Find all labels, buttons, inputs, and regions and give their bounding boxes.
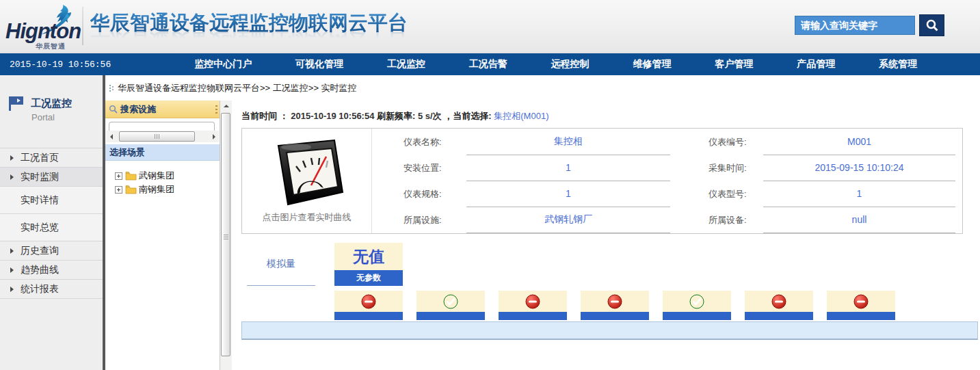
expand-icon[interactable]: [115, 172, 122, 180]
logo-text: Hignton: [5, 19, 81, 44]
folder-icon: [125, 171, 137, 181]
sidebar-item-realtime-monitor[interactable]: 实时监测: [0, 168, 103, 187]
portal-title: 工况监控: [31, 97, 72, 110]
analog-label-cell: 模拟量: [247, 243, 315, 286]
sidebar-item-realtime-overview[interactable]: 实时总览: [0, 214, 103, 241]
nav-item-visual-mgmt[interactable]: 可视化管理: [295, 58, 343, 70]
status-tile[interactable]: [581, 291, 649, 320]
page-header: Hignton 华辰智通 华辰智通设备远程监控物联网云平台: [0, 0, 980, 53]
tile-bar: [827, 312, 895, 320]
folder-icon: [125, 185, 137, 194]
sidebar-menu: 工况首页 实时监测 实时详情 实时总览 历史查询 趋势曲线 统计: [0, 148, 103, 299]
info-field-label: 仪表编号:: [677, 129, 756, 155]
info-field-value: null: [763, 207, 955, 233]
info-grid: 仪表名称: 集控相 仪表编号: M001 安装位置: 1 采集时间: 2015-…: [372, 129, 962, 233]
info-field-label: 仪表规格:: [372, 181, 460, 207]
arrow-right-icon: [10, 287, 14, 292]
gauge-image[interactable]: [263, 139, 351, 210]
search-facility-header[interactable]: 搜索设施: [105, 101, 220, 118]
tile-bar: [581, 312, 649, 320]
h-scroll-thumb[interactable]: [119, 131, 195, 142]
nav-item-condition-alarm[interactable]: 工况告警: [469, 58, 507, 70]
facility-search-input[interactable]: [109, 122, 215, 131]
tree-vertical-scrollbar[interactable]: [220, 101, 232, 370]
refresh-rate-value: 5 s/次: [418, 111, 442, 121]
status-tile[interactable]: [827, 291, 895, 320]
analog-section-label: 模拟量: [267, 258, 295, 270]
gauge-caption: 点击图片查看实时曲线: [263, 211, 352, 224]
horizontal-scrollbar[interactable]: [106, 131, 219, 142]
scroll-left-button[interactable]: [106, 131, 116, 142]
nav-item-maintenance-mgmt[interactable]: 维修管理: [633, 58, 671, 70]
tree-node-nangang[interactable]: 南钢集团: [115, 183, 220, 196]
breadcrumb: 华辰智通设备远程监控物联网云平台>> 工况监控>> 实时监控: [105, 75, 980, 101]
scroll-right-button[interactable]: [209, 131, 219, 142]
tree-node-wugang[interactable]: 武钢集团: [115, 169, 220, 183]
info-field-label: 仪表名称:: [372, 129, 460, 155]
info-field-label: 所属设备:: [677, 207, 756, 233]
header-search: [795, 14, 944, 36]
nav-item-system-mgmt[interactable]: 系统管理: [879, 58, 917, 70]
status-tile[interactable]: [745, 291, 813, 320]
info-field-value: M001: [763, 129, 955, 155]
info-field-value: 集控相: [466, 129, 670, 155]
selected-row-highlight[interactable]: [241, 321, 978, 340]
tile-bar: [745, 312, 813, 320]
status-blocked-icon: [853, 294, 869, 309]
sidebar-item-history-query[interactable]: 历史查询: [0, 241, 103, 261]
status-tile[interactable]: [663, 291, 731, 320]
select-scene-label: 选择场景: [109, 146, 145, 159]
nav-item-remote-control[interactable]: 远程控制: [551, 58, 590, 70]
status-tile[interactable]: [334, 291, 403, 320]
status-ok-icon: [689, 294, 704, 309]
search-button[interactable]: [919, 14, 944, 36]
facility-tree-panel: 搜索设施 选择场景: [105, 101, 220, 370]
breadcrumb-text: 华辰智通设备远程监控物联网云平台>> 工况监控>> 实时监控: [118, 82, 357, 94]
tile-bar: [499, 312, 567, 320]
logo-subtext: 华辰智通: [36, 42, 66, 51]
scroll-up-button[interactable]: [220, 101, 232, 111]
search-facility-label: 搜索设施: [120, 103, 156, 116]
search-input[interactable]: [795, 16, 915, 35]
sidebar-item-trend-curve[interactable]: 趋势曲线: [0, 261, 103, 280]
no-value-text: 无值: [334, 243, 403, 270]
arrow-right-icon: [10, 155, 14, 161]
header-divider: [82, 7, 83, 45]
nav-item-condition-monitor[interactable]: 工况监控: [387, 58, 425, 70]
panel-grip-icon: [215, 105, 217, 114]
info-field-value: 1: [763, 181, 955, 207]
arrow-right-icon: [10, 248, 14, 254]
left-sidebar: 工况监控 Portal 工况首页 实时监测 实时详情 实时总览 历史查询: [0, 75, 103, 370]
info-field-label: 安装位置:: [372, 155, 460, 181]
nav-item-product-mgmt[interactable]: 产品管理: [797, 58, 835, 70]
realtime-monitor-panel: 当前时间 ： 2015-10-19 10:56:54 刷新频率: 5 s/次 ，…: [232, 101, 980, 370]
info-field-label: 采集时间:: [677, 155, 756, 181]
nav-item-customer-mgmt[interactable]: 客户管理: [715, 58, 753, 70]
expand-icon[interactable]: [115, 186, 122, 194]
logo[interactable]: Hignton 华辰智通: [4, 4, 85, 49]
info-field-value: 武钢轧钢厂: [466, 207, 670, 233]
analog-value-card[interactable]: 无值 无参数: [334, 243, 403, 286]
portal-subtitle: Portal: [31, 112, 55, 122]
nav-item-monitoring-center[interactable]: 监控中心门户: [194, 58, 252, 70]
scene-tree: 武钢集团 南钢集团: [105, 161, 220, 370]
tile-bar: [334, 312, 403, 320]
breadcrumb-icon: [109, 83, 114, 93]
portal-header: 工况监控 Portal: [0, 75, 103, 148]
navbar-timestamp: 2015-10-19 10:56:56: [10, 60, 111, 70]
status-tile[interactable]: [416, 291, 485, 320]
sidebar-item-realtime-detail[interactable]: 实时详情: [0, 187, 103, 214]
current-time-value: 2015-10-19 10:56:54: [291, 111, 374, 121]
v-scroll-thumb[interactable]: [221, 113, 230, 356]
flag-icon: [8, 96, 25, 111]
status-tile[interactable]: [499, 291, 567, 320]
tile-bar: [663, 312, 731, 320]
sidebar-item-home[interactable]: 工况首页: [0, 148, 103, 168]
info-field-label: 所属设施:: [372, 207, 460, 233]
nav-items: 监控中心门户 可视化管理 工况监控 工况告警 远程控制 维修管理 客户管理 产品…: [172, 58, 939, 70]
main-navbar: 2015-10-19 10:56:56 监控中心门户 可视化管理 工况监控 工况…: [0, 53, 980, 75]
gauge-cell: 点击图片查看实时曲线: [242, 129, 372, 233]
sidebar-item-stats-report[interactable]: 统计报表: [0, 280, 103, 299]
instrument-info-panel: 点击图片查看实时曲线 仪表名称: 集控相 仪表编号: M001 安装位置: 1 …: [241, 128, 963, 234]
arrow-right-icon: [10, 174, 14, 180]
